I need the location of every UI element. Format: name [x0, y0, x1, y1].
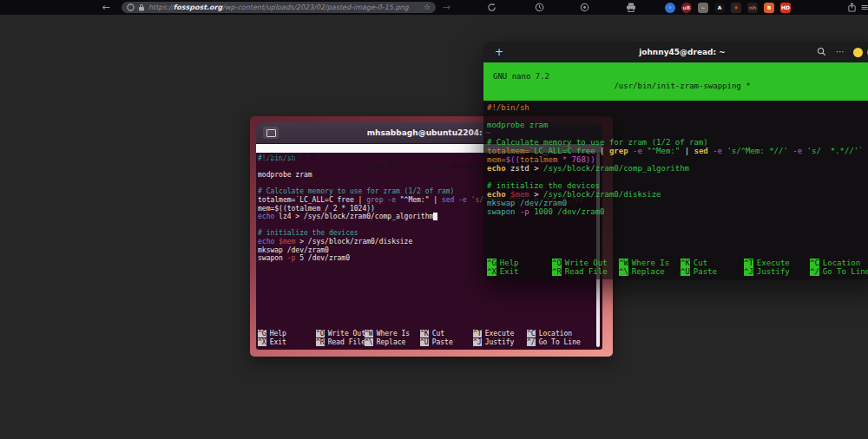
bookmark-star-icon[interactable]: ☆ [424, 2, 431, 13]
nano-shortcut: ^RRead File [316, 338, 365, 347]
dark-terminal-content: GNU nano 7.2 /usr/bin/init-zram-swapping… [483, 62, 868, 279]
url-domain: fosspost.org [174, 3, 223, 11]
ext-gray-badge-icon[interactable]: ~ [698, 3, 708, 13]
minimize-button[interactable] [853, 48, 863, 57]
ext-red-flame-icon[interactable]: ♦ [731, 3, 741, 13]
menu-dots-button[interactable]: ⋯ [836, 42, 845, 62]
terminal-line [487, 173, 868, 181]
nano-filename: /usr/bin/init-zram-swapping * [369, 161, 490, 170]
nano-filename: /usr/bin/init-zram-swapping * [614, 82, 750, 91]
nano-shortcut: ^OWrite Out [316, 330, 365, 338]
history-clock-icon[interactable] [535, 3, 544, 12]
window-icon [263, 127, 279, 139]
dark-terminal-titlebar[interactable]: + johnny45@dread: ~ ⋯ [483, 42, 868, 62]
back-button[interactable]: ← [99, 0, 113, 15]
terminal-line [487, 129, 868, 138]
new-tab-button[interactable]: + [492, 45, 506, 59]
nano-shortcut-bar: ^GHelp^OWrite Out^WWhere Is^KCut^TExecut… [483, 259, 868, 279]
screenshot-circle-icon[interactable] [580, 3, 589, 12]
nano-shortcut: ^/Go To Line [527, 338, 581, 347]
dark-terminal-title: johnny45@dread: ~ [483, 48, 868, 56]
url-bar[interactable]: https://fosspost.org/wp-content/uploads/… [122, 2, 436, 13]
nano-shortcut: ^XExit [487, 267, 552, 276]
terminal-line: echo zstd > /sys/block/zram0/comp_algori… [487, 164, 868, 173]
ext-black-a-icon[interactable]: A [714, 3, 725, 13]
terminal-line: echo $mem > /sys/block/zram0/disksize [487, 190, 868, 199]
nano-shortcut: ^CLocation [810, 259, 860, 267]
nano-shortcut-bar: ^GHelp^OWrite Out^WWhere Is^KCut^TExecut… [256, 330, 602, 350]
terminal-line: mkswap /dev/zram0 [487, 199, 868, 207]
nano-shortcut: ^OWrite Out [552, 259, 619, 267]
ext-dark-red-circle-icon[interactable]: uB [681, 3, 692, 13]
nano-shortcut: ^TExecute [473, 330, 527, 338]
nano-shortcut: ^\Replace [365, 338, 420, 347]
terminal-line: totalmem=`LC_ALL=C free | grep -e "^Mem:… [487, 147, 868, 155]
nano-shortcut: ^GHelp [487, 259, 552, 267]
ext-hd-badge-icon[interactable]: HD [780, 3, 791, 13]
ext-blue-circle-icon[interactable]: ◦ [665, 3, 675, 13]
forward-button[interactable]: → [439, 0, 453, 15]
nano-shortcut: ^/Go To Line [810, 267, 868, 276]
url-text: https://fosspost.org/wp-content/uploads/… [148, 3, 420, 11]
nano-shortcut: ^\Replace [619, 267, 681, 276]
nano-shortcut: ^WWhere Is [365, 330, 420, 338]
terminal-line: # Calculate memory to use for zram (1/2 … [487, 138, 868, 147]
terminal-line [487, 112, 868, 121]
nano-shortcut: ^JJustify [473, 338, 527, 347]
nano-shortcut: ^WWhere Is [619, 259, 681, 267]
terminal-line: modprobe zram [487, 121, 868, 129]
terminal-line: # initialize the devices [487, 181, 868, 190]
nano-shortcut: ^KCut [420, 330, 473, 338]
dark-terminal-window: + johnny45@dread: ~ ⋯ GNU nano 7.2 /usr/… [483, 42, 868, 279]
ext-orange-b-icon[interactable]: B [764, 3, 774, 13]
menu-button[interactable]: ≡ [858, 0, 868, 15]
nano-shortcut: ^JJustify [744, 267, 810, 276]
share-icon[interactable] [847, 3, 857, 12]
nano-shortcut: ^UPaste [420, 338, 473, 347]
nano-editor-content[interactable]: #!/bin/shmodprobe zram# Calculate memory… [483, 101, 868, 259]
browser-toolbar: ← https://fosspost.org/wp-content/upload… [0, 0, 868, 15]
terminal-line: #!/bin/sh [487, 103, 868, 112]
ext-nh-badge-icon[interactable]: nh [747, 3, 758, 13]
nano-shortcut: ^XExit [258, 338, 316, 347]
nano-titlebar: GNU nano 7.2 /usr/bin/init-zram-swapping… [483, 62, 868, 101]
nano-shortcut: ^GHelp [258, 330, 316, 338]
nano-shortcut: ^KCut [681, 259, 744, 267]
nano-shortcut: ^RRead File [552, 267, 619, 276]
nano-shortcut: ^UPaste [681, 267, 744, 276]
nano-shortcut: ^TExecute [744, 259, 810, 267]
terminal-line: swapon -p 1000 /dev/zram0 [487, 207, 868, 216]
search-icon[interactable] [817, 47, 826, 56]
nano-shortcut: ^CLocation [527, 330, 572, 338]
nano-version: GNU nano 6.2 [264, 153, 314, 161]
extension-icons: ◦uB~A♦nhBHD [665, 2, 791, 13]
screen: ← https://fosspost.org/wp-content/upload… [0, 0, 868, 439]
shield-icon[interactable] [127, 3, 135, 11]
lock-icon [138, 3, 145, 11]
printer-icon[interactable] [626, 3, 636, 12]
nano-version: GNU nano 7.2 [493, 72, 549, 82]
terminal-line: mem=$((totalmem * 768)) [487, 155, 868, 164]
reload-button[interactable] [487, 3, 496, 12]
